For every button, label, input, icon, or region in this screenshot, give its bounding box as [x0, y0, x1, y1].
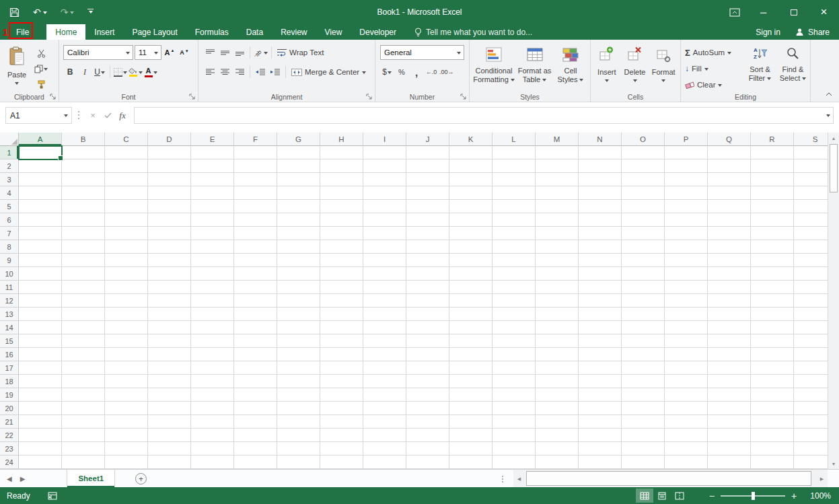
- decrease-indent-button[interactable]: [254, 65, 267, 79]
- row-header-2[interactable]: 2: [0, 159, 19, 173]
- cell-F6[interactable]: [234, 213, 277, 227]
- cell-J23[interactable]: [406, 442, 449, 456]
- cell-S15[interactable]: [794, 334, 828, 348]
- bottom-align-button[interactable]: [233, 46, 246, 59]
- cell-H24[interactable]: [320, 456, 363, 469]
- cell-S5[interactable]: [794, 200, 828, 213]
- cell-F2[interactable]: [234, 159, 277, 173]
- cell-A15[interactable]: [19, 334, 62, 348]
- cell-K17[interactable]: [449, 361, 493, 375]
- cell-A22[interactable]: [19, 429, 62, 442]
- cell-M6[interactable]: [536, 213, 579, 227]
- column-header-N[interactable]: N: [579, 133, 622, 146]
- cell-H20[interactable]: [320, 402, 363, 415]
- cell-D12[interactable]: [148, 294, 191, 308]
- cell-Q21[interactable]: [708, 415, 751, 429]
- cell-H19[interactable]: [320, 388, 363, 402]
- cell-K23[interactable]: [449, 442, 493, 456]
- cell-I8[interactable]: [363, 240, 406, 254]
- cell-H2[interactable]: [320, 159, 363, 173]
- accounting-format-button[interactable]: $: [380, 65, 394, 79]
- cell-D5[interactable]: [148, 200, 191, 213]
- cell-H8[interactable]: [320, 240, 363, 254]
- cell-D9[interactable]: [148, 254, 191, 267]
- find-select-button[interactable]: Find & Select: [778, 45, 808, 92]
- cell-G3[interactable]: [277, 173, 320, 186]
- cell-G11[interactable]: [277, 281, 320, 294]
- cell-E7[interactable]: [191, 227, 234, 240]
- cell-I12[interactable]: [363, 294, 406, 308]
- cell-H10[interactable]: [320, 267, 363, 281]
- cell-S8[interactable]: [794, 240, 828, 254]
- cell-G1[interactable]: [277, 146, 320, 159]
- cut-button[interactable]: [34, 46, 48, 60]
- cell-D14[interactable]: [148, 321, 191, 334]
- cell-I21[interactable]: [363, 415, 406, 429]
- cell-H5[interactable]: [320, 200, 363, 213]
- number-format-combo[interactable]: General: [380, 45, 464, 60]
- column-header-F[interactable]: F: [234, 133, 277, 146]
- cell-A6[interactable]: [19, 213, 62, 227]
- cell-D10[interactable]: [148, 267, 191, 281]
- column-header-K[interactable]: K: [449, 133, 493, 146]
- cell-S2[interactable]: [794, 159, 828, 173]
- cell-R5[interactable]: [751, 200, 794, 213]
- column-header-S[interactable]: S: [794, 133, 828, 146]
- cell-P23[interactable]: [665, 442, 708, 456]
- cell-Q9[interactable]: [708, 254, 751, 267]
- cell-Q2[interactable]: [708, 159, 751, 173]
- cell-M22[interactable]: [536, 429, 579, 442]
- cell-K24[interactable]: [449, 456, 493, 469]
- column-header-L[interactable]: L: [493, 133, 536, 146]
- cell-H23[interactable]: [320, 442, 363, 456]
- cell-L17[interactable]: [493, 361, 536, 375]
- cell-Q14[interactable]: [708, 321, 751, 334]
- cell-J14[interactable]: [406, 321, 449, 334]
- cell-E9[interactable]: [191, 254, 234, 267]
- wrap-text-button[interactable]: Wrap Text: [275, 45, 326, 60]
- name-box[interactable]: A1: [5, 107, 72, 124]
- cell-S17[interactable]: [794, 361, 828, 375]
- cell-N19[interactable]: [579, 388, 622, 402]
- cell-A19[interactable]: [19, 388, 62, 402]
- cell-N20[interactable]: [579, 402, 622, 415]
- fill-button[interactable]: ↓ Fill: [683, 61, 742, 76]
- cell-N7[interactable]: [579, 227, 622, 240]
- row-header-11[interactable]: 11: [0, 281, 19, 294]
- cell-N5[interactable]: [579, 200, 622, 213]
- cell-S7[interactable]: [794, 227, 828, 240]
- cell-J11[interactable]: [406, 281, 449, 294]
- cell-K19[interactable]: [449, 388, 493, 402]
- cell-S22[interactable]: [794, 429, 828, 442]
- cell-A17[interactable]: [19, 361, 62, 375]
- cell-N13[interactable]: [579, 308, 622, 321]
- cell-G24[interactable]: [277, 456, 320, 469]
- cell-J24[interactable]: [406, 456, 449, 469]
- row-header-7[interactable]: 7: [0, 227, 19, 240]
- vertical-scrollbar[interactable]: ▲ ▼: [828, 133, 839, 469]
- cell-P5[interactable]: [665, 200, 708, 213]
- fill-color-button[interactable]: [129, 65, 143, 79]
- cell-N8[interactable]: [579, 240, 622, 254]
- cell-C19[interactable]: [105, 388, 148, 402]
- cell-H15[interactable]: [320, 334, 363, 348]
- cell-P8[interactable]: [665, 240, 708, 254]
- cell-I4[interactable]: [363, 186, 406, 200]
- cell-O5[interactable]: [622, 200, 665, 213]
- cell-P24[interactable]: [665, 456, 708, 469]
- cell-N6[interactable]: [579, 213, 622, 227]
- autosum-button[interactable]: Σ AutoSum: [683, 45, 742, 60]
- insert-cells-button[interactable]: Insert: [593, 45, 621, 84]
- cell-I11[interactable]: [363, 281, 406, 294]
- cell-H3[interactable]: [320, 173, 363, 186]
- cell-K12[interactable]: [449, 294, 493, 308]
- comma-style-button[interactable]: ,: [410, 65, 423, 79]
- cell-E23[interactable]: [191, 442, 234, 456]
- cell-B22[interactable]: [62, 429, 105, 442]
- cell-K1[interactable]: [449, 146, 493, 159]
- number-dialog-launcher[interactable]: [460, 93, 467, 100]
- cell-J3[interactable]: [406, 173, 449, 186]
- cell-N14[interactable]: [579, 321, 622, 334]
- cell-S12[interactable]: [794, 294, 828, 308]
- cell-C16[interactable]: [105, 348, 148, 361]
